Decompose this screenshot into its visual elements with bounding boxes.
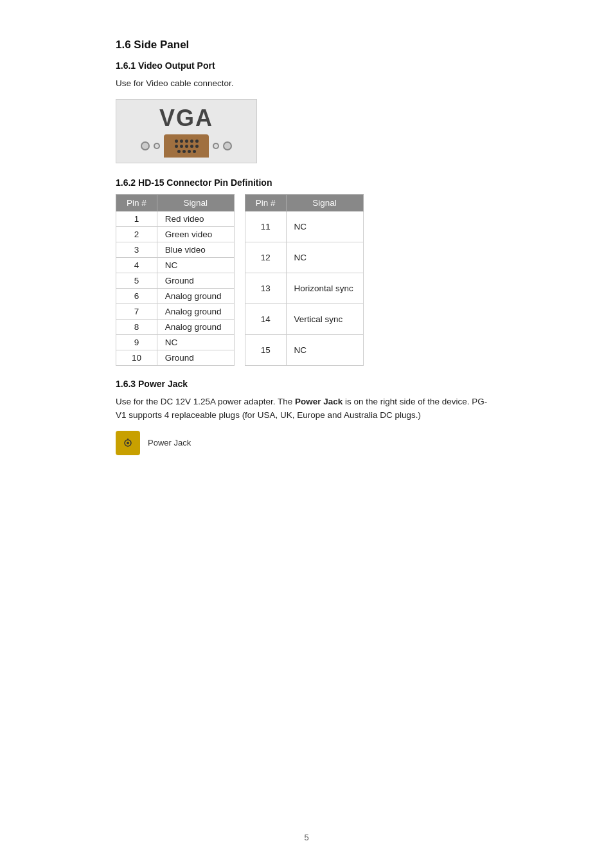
power-jack-section: 1.6.3 Power Jack Use for the DC 12V 1.25… xyxy=(116,379,497,455)
pin-number: 12 xyxy=(245,242,286,273)
pin-number: 2 xyxy=(116,227,157,242)
table-divider xyxy=(235,194,245,366)
pin-number: 13 xyxy=(245,273,286,304)
subsection-1-6-2-title: 1.6.2 HD-15 Connector Pin Definition xyxy=(116,177,497,188)
right-table-header-signal: Signal xyxy=(286,195,363,212)
page-number: 5 xyxy=(304,833,308,842)
table-row: 10Ground xyxy=(116,350,235,366)
pin-number: 10 xyxy=(116,350,157,366)
vga-pin xyxy=(188,150,191,153)
table-row: 15NC xyxy=(245,335,363,366)
vga-pin xyxy=(180,145,183,148)
pin-number: 14 xyxy=(245,304,286,335)
vga-pin-row-3 xyxy=(177,150,196,153)
power-jack-bold: Power Jack xyxy=(295,397,342,406)
pin-signal: Ground xyxy=(157,273,234,289)
vga-pin xyxy=(175,145,178,148)
vga-pin xyxy=(190,145,193,148)
pin-signal: NC xyxy=(157,335,234,350)
pin-number: 8 xyxy=(116,320,157,335)
pin-table-left: Pin # Signal 1Red video2Green video3Blue… xyxy=(116,194,235,366)
pin-number: 6 xyxy=(116,289,157,304)
power-jack-image-row: Power Jack xyxy=(116,431,497,455)
pin-signal: Vertical sync xyxy=(286,304,363,335)
pin-number: 1 xyxy=(116,212,157,227)
vga-pin xyxy=(185,140,188,143)
vga-connector xyxy=(141,134,232,158)
power-jack-icon xyxy=(116,431,140,455)
vga-label: VGA xyxy=(159,105,213,132)
vga-pin-row-1 xyxy=(175,140,199,143)
pin-signal: Blue video xyxy=(157,242,234,258)
vga-pin-row-2 xyxy=(175,145,199,148)
table-row: 12NC xyxy=(245,242,363,273)
vga-pin xyxy=(175,140,178,143)
table-row: 8Analog ground xyxy=(116,320,235,335)
right-table-header-pin: Pin # xyxy=(245,195,286,212)
pin-number: 11 xyxy=(245,212,286,242)
pin-table-right: Pin # Signal 11NC12NC13Horizontal sync14… xyxy=(245,194,364,366)
pin-number: 9 xyxy=(116,335,157,350)
page: 1.6 Side Panel 1.6.1 Video Output Port U… xyxy=(0,0,613,868)
table-row: 2Green video xyxy=(116,227,235,242)
pin-table-wrapper: Pin # Signal 1Red video2Green video3Blue… xyxy=(116,194,497,366)
pin-number: 15 xyxy=(245,335,286,366)
pin-signal: Analog ground xyxy=(157,289,234,304)
vga-pin xyxy=(190,140,193,143)
right-table-body: 11NC12NC13Horizontal sync14Vertical sync… xyxy=(245,212,363,366)
pin-signal: Horizontal sync xyxy=(286,273,363,304)
table-row: 6Analog ground xyxy=(116,289,235,304)
table-row: 4NC xyxy=(116,258,235,273)
subsection-1-6-3-title: 1.6.3 Power Jack xyxy=(116,379,497,389)
vga-pin xyxy=(180,140,183,143)
pin-signal: Green video xyxy=(157,227,234,242)
vga-right-circle xyxy=(223,141,232,150)
vga-port xyxy=(164,134,209,158)
vga-pin xyxy=(177,150,181,153)
vga-pin xyxy=(195,145,199,148)
power-icon-svg xyxy=(122,437,134,449)
pin-signal: Ground xyxy=(157,350,234,366)
subsection-1-6-1-description: Use for Video cable connector. xyxy=(116,77,497,90)
table-row: 3Blue video xyxy=(116,242,235,258)
pin-signal: Red video xyxy=(157,212,234,227)
vga-right-small-circle xyxy=(213,143,219,149)
left-table-header-signal: Signal xyxy=(157,195,234,212)
vga-image: VGA xyxy=(116,99,257,163)
svg-point-1 xyxy=(127,442,129,444)
table-row: 7Analog ground xyxy=(116,304,235,320)
pin-number: 4 xyxy=(116,258,157,273)
pin-number: 5 xyxy=(116,273,157,289)
vga-left-circle xyxy=(141,141,150,150)
pin-signal: Analog ground xyxy=(157,304,234,320)
table-row: 14Vertical sync xyxy=(245,304,363,335)
pin-signal: NC xyxy=(286,212,363,242)
vga-pin xyxy=(185,145,188,148)
pin-signal: NC xyxy=(286,335,363,366)
left-table-body: 1Red video2Green video3Blue video4NC5Gro… xyxy=(116,212,235,366)
table-row: 5Ground xyxy=(116,273,235,289)
vga-left-small-circle xyxy=(154,143,160,149)
power-jack-description: Use for the DC 12V 1.25A power adapter. … xyxy=(116,395,497,422)
power-jack-label: Power Jack xyxy=(148,438,191,448)
section-title: 1.6 Side Panel xyxy=(116,39,497,51)
pin-signal: NC xyxy=(157,258,234,273)
pin-signal: Analog ground xyxy=(157,320,234,335)
table-row: 13Horizontal sync xyxy=(245,273,363,304)
left-table-header-pin: Pin # xyxy=(116,195,157,212)
vga-pin xyxy=(182,150,186,153)
pin-number: 7 xyxy=(116,304,157,320)
table-row: 1Red video xyxy=(116,212,235,227)
pin-signal: NC xyxy=(286,242,363,273)
subsection-1-6-1-title: 1.6.1 Video Output Port xyxy=(116,60,497,71)
vga-pin xyxy=(195,140,199,143)
table-row: 11NC xyxy=(245,212,363,242)
table-row: 9NC xyxy=(116,335,235,350)
pin-number: 3 xyxy=(116,242,157,258)
vga-pin xyxy=(193,150,196,153)
